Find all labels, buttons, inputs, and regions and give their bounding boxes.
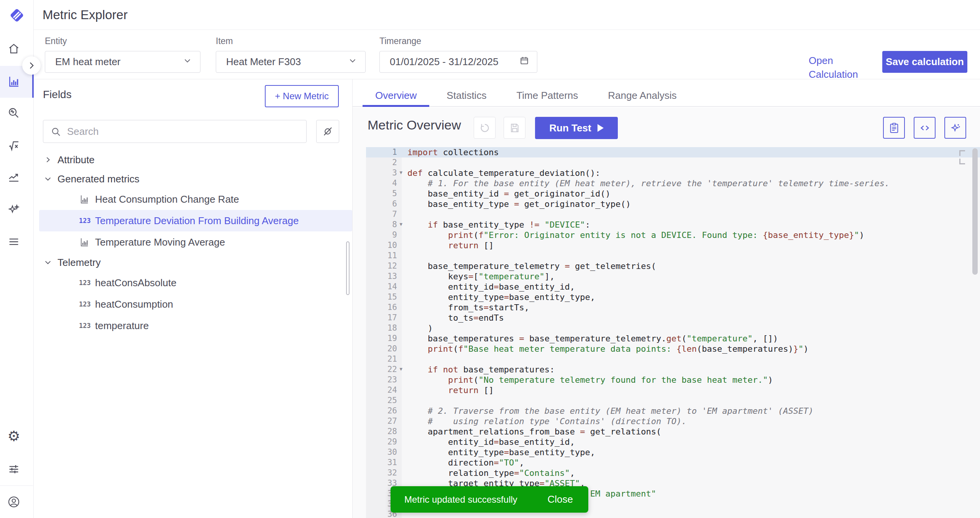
- editor-scrollbar[interactable]: [972, 148, 978, 275]
- tree-section-label: Telemetry: [57, 257, 101, 269]
- line-number: 18: [366, 323, 402, 333]
- search-input[interactable]: [67, 120, 302, 143]
- bar-chart-icon: [79, 237, 90, 248]
- toast-notification: Metric updated successfully Close: [391, 486, 588, 513]
- tree-section-attribute[interactable]: Attribute: [34, 150, 352, 169]
- tree-item-label: Heat Consumption Change Rate: [95, 193, 239, 205]
- code-line: 25: [366, 395, 980, 406]
- tree-item-label: Temperature Moving Average: [95, 236, 225, 248]
- code-text: # 2. Traverse from the base entity (EM h…: [402, 406, 980, 416]
- line-number: 23: [366, 375, 402, 385]
- tabs: OverviewStatisticsTime PatternsRange Ana…: [353, 85, 980, 107]
- code-text: print(f"Base heat meter temperature data…: [402, 344, 980, 354]
- chevron-right-icon: [44, 155, 53, 164]
- fields-scrollbar[interactable]: [346, 241, 350, 295]
- code-text: base_temperatures = base_temperature_tel…: [402, 333, 980, 344]
- tree-item-heat-consumption-change-rate[interactable]: Heat Consumption Change Rate: [39, 189, 352, 210]
- code-text: from_ts=startTs,: [402, 302, 980, 313]
- main-area: OverviewStatisticsTime PatternsRange Ana…: [353, 79, 980, 518]
- toast-message: Metric updated successfully: [404, 494, 548, 505]
- copy-report-button[interactable]: [883, 117, 905, 139]
- formula-sqrt-icon[interactable]: [7, 139, 21, 152]
- tree-section-telemetry[interactable]: Telemetry: [34, 253, 352, 272]
- code-icon: [919, 122, 931, 134]
- app-logo-icon[interactable]: [8, 7, 25, 24]
- new-metric-button[interactable]: + New Metric: [265, 85, 339, 107]
- code-text: relation_type="Contains",: [402, 468, 980, 478]
- tree-item-temperature-deviation-from-building-average[interactable]: 123Temperature Deviation From Building A…: [39, 210, 352, 231]
- code-line: 29 entity_id=base_entity_id,: [366, 437, 980, 447]
- reset-button[interactable]: [474, 117, 496, 139]
- fold-marker-icon[interactable]: ▾: [399, 364, 402, 374]
- code-editor[interactable]: 1import collections23▾def calculate_temp…: [366, 147, 980, 518]
- code-line: 22▾ if not base_temperatures:: [366, 364, 980, 375]
- tab-statistics[interactable]: Statistics: [434, 85, 499, 107]
- tab-time-patterns[interactable]: Time Patterns: [504, 85, 591, 107]
- tree-item-heatconsabsolute[interactable]: 123heatConsAbsolute: [39, 272, 352, 293]
- line-number: 1: [366, 147, 402, 157]
- tree-item-heatconsumption[interactable]: 123heatConsumption: [39, 293, 352, 315]
- code-text: return []: [402, 240, 980, 251]
- preferences-sliders-icon[interactable]: [7, 462, 21, 476]
- run-test-label: Run Test: [549, 122, 591, 134]
- settings-gear-icon[interactable]: ⚙: [7, 429, 21, 443]
- code-line: 27 # using relation type 'Contains' (dir…: [366, 416, 980, 426]
- line-number: 12: [366, 261, 402, 271]
- numeric-field-icon: 123: [79, 217, 90, 225]
- tree-section-label: Generated metrics: [57, 173, 140, 185]
- explore-search-icon[interactable]: [7, 106, 21, 120]
- code-lines: 1import collections23▾def calculate_temp…: [366, 147, 980, 518]
- timerange-input[interactable]: 01/01/2025 - 31/12/2025: [379, 51, 537, 73]
- code-line: 28 apartment_relations_from_base = get_r…: [366, 426, 980, 437]
- editor-expand-icon[interactable]: [959, 150, 969, 165]
- entity-select[interactable]: EM heat meter: [45, 51, 200, 73]
- code-line: 26 # 2. Traverse from the base entity (E…: [366, 406, 980, 416]
- entity-value: EM heat meter: [55, 56, 182, 68]
- numeric-field-icon: 123: [79, 322, 90, 329]
- chevron-down-icon: [44, 174, 53, 184]
- save-draft-button[interactable]: [504, 117, 525, 139]
- tree-item-label: temperature: [95, 320, 149, 332]
- user-avatar-icon[interactable]: [7, 495, 21, 509]
- open-calculation-link[interactable]: Open Calculation: [809, 54, 874, 67]
- code-line: 13 keys=["temperature"],: [366, 271, 980, 282]
- code-text: [402, 251, 980, 261]
- run-test-button[interactable]: Run Test: [535, 117, 618, 139]
- home-icon[interactable]: [7, 42, 21, 56]
- line-number: 7: [366, 209, 402, 220]
- menu-list-icon[interactable]: [7, 235, 21, 249]
- item-select[interactable]: Heat Meter F303: [216, 51, 366, 73]
- toast-close-button[interactable]: Close: [548, 493, 573, 505]
- code-line: 9 print(f"Error: Originator entity is no…: [366, 230, 980, 240]
- code-line: 20 print(f"Base heat meter temperature d…: [366, 344, 980, 354]
- sidebar-expand-button[interactable]: [22, 56, 41, 75]
- line-number: 29: [366, 437, 402, 447]
- code-text: apartment_relations_from_base = get_rela…: [402, 426, 980, 437]
- code-text: entity_id=base_entity_id,: [402, 437, 980, 447]
- toggle-hidden-fields-button[interactable]: [316, 120, 339, 143]
- line-number: 2: [366, 157, 402, 168]
- play-icon: [598, 124, 604, 132]
- tab-overview[interactable]: Overview: [363, 85, 429, 107]
- metric-explorer-nav-icon[interactable]: [7, 75, 21, 89]
- numeric-field-icon: 123: [79, 279, 90, 287]
- code-text: base_entity_type = get_originator_type(): [402, 199, 980, 209]
- tree-item-temperature[interactable]: 123temperature: [39, 315, 352, 336]
- code-line: 4 # 1. For the base entity (EM heat mete…: [366, 178, 980, 189]
- tab-range-analysis[interactable]: Range Analysis: [595, 85, 689, 107]
- fold-marker-icon[interactable]: ▾: [399, 167, 402, 178]
- code-view-button[interactable]: [914, 117, 936, 139]
- tree-item-temperature-moving-average[interactable]: Temperature Moving Average: [39, 231, 352, 253]
- ai-assist-button[interactable]: [944, 117, 966, 139]
- trend-analysis-icon[interactable]: [7, 170, 21, 184]
- code-line: 12 base_temperature_telemetry = get_tele…: [366, 261, 980, 271]
- save-calculation-button[interactable]: Save calculation: [882, 51, 967, 73]
- line-number: 26: [366, 406, 402, 416]
- code-text: entity_type=base_entity_type,: [402, 447, 980, 457]
- code-text: return []: [402, 385, 980, 395]
- tree-section-generated-metrics[interactable]: Generated metrics: [34, 169, 352, 189]
- fold-marker-icon[interactable]: ▾: [399, 219, 402, 229]
- ai-sparkles-icon[interactable]: [7, 203, 21, 217]
- code-text: to_ts=endTs: [402, 313, 980, 323]
- code-text: [402, 209, 980, 220]
